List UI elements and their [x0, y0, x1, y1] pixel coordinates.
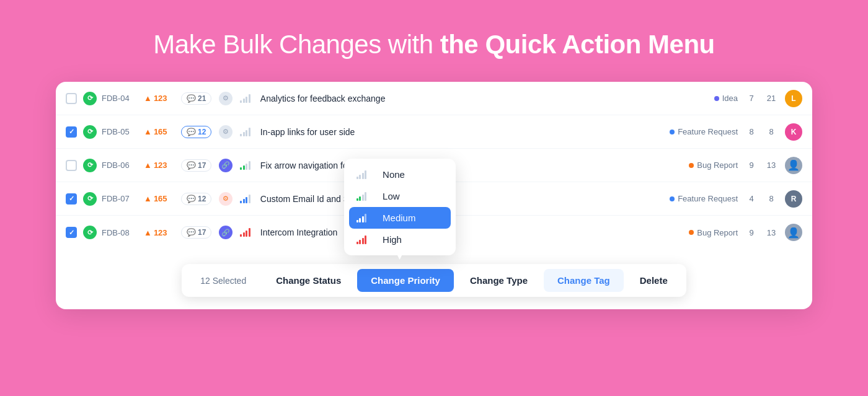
comments-fdb04[interactable]: 💬 21	[181, 92, 211, 105]
upvotes-fdb08: ▲ 123	[144, 228, 174, 237]
selected-count-button: 12 Selected	[187, 270, 260, 292]
gear-icon-fdb05: ⚙	[219, 125, 232, 139]
count1-fdb04: 7	[745, 94, 758, 103]
row-title-fdb05: In-app links for user side	[260, 127, 670, 137]
upvotes-fdb06: ▲ 123	[144, 161, 174, 170]
tag-bug-report: Bug Report	[689, 161, 738, 170]
priority-bar-fdb05	[240, 128, 250, 136]
count2-fdb08: 13	[765, 228, 777, 237]
hero-title: Make Bulk Changes with the Quick Action …	[153, 30, 714, 59]
comment-count: 21	[198, 94, 206, 103]
priority-bar-high	[356, 235, 367, 244]
upvote-count: 165	[154, 127, 167, 136]
comment-count: 12	[198, 195, 206, 203]
row-right-fdb07: Feature Request 4 8 R	[670, 190, 802, 208]
upvote-arrow-icon: ▲	[144, 127, 152, 136]
row-checkbox-fdb08[interactable]	[66, 227, 77, 238]
count1-fdb06: 9	[745, 161, 758, 170]
row-checkbox-fdb07[interactable]	[66, 193, 77, 205]
upvotes-fdb05: ▲ 165	[144, 127, 174, 136]
upvote-arrow-icon: ▲	[144, 161, 152, 170]
avatar-fdb06: 👤	[785, 157, 802, 174]
row-id-fdb06: FDB-06	[102, 161, 136, 170]
count2-fdb04: 21	[765, 94, 777, 103]
tag-feature-request-2: Feature Request	[670, 194, 738, 203]
status-icon-fdb08: ⟳	[83, 226, 97, 239]
change-priority-button[interactable]: Change Priority	[357, 269, 454, 292]
priority-item-low[interactable]: Low	[349, 185, 451, 207]
priority-medium-label: Medium	[383, 213, 415, 223]
avatar-fdb04: L	[785, 90, 802, 107]
priority-item-medium[interactable]: Medium	[349, 207, 451, 229]
upvotes-fdb07: ▲ 165	[144, 194, 174, 203]
priority-bar-fdb07	[240, 195, 250, 203]
comment-count: 17	[198, 228, 206, 237]
gear-icon-fdb04: ⚙	[219, 92, 232, 105]
tag-idea: Idea	[714, 94, 738, 103]
priority-item-high[interactable]: High	[349, 229, 451, 250]
row-checkbox-fdb05[interactable]	[66, 126, 77, 138]
gear-icon-fdb07: ⚙	[219, 192, 232, 206]
count2-fdb06: 13	[765, 161, 777, 170]
row-right-fdb04: Idea 7 21 L	[714, 90, 802, 107]
count1-fdb08: 9	[745, 228, 758, 237]
upvote-count: 123	[154, 161, 167, 170]
row-checkbox-fdb04[interactable]	[66, 93, 77, 104]
upvotes-fdb04: ▲ 123	[144, 94, 174, 103]
row-id-fdb05: FDB-05	[102, 127, 136, 136]
status-icon-fdb06: ⟳	[83, 159, 97, 172]
row-title-fdb04: Analytics for feedback exchange	[260, 94, 714, 103]
table-row: ⟳ FDB-04 ▲ 123 💬 21 ⚙ Analytics for feed…	[56, 82, 812, 115]
status-icon-fdb07: ⟳	[83, 192, 97, 206]
priority-bar-low	[356, 192, 367, 201]
tag-feature-request: Feature Request	[670, 127, 738, 136]
comment-icon: 💬	[187, 128, 196, 136]
change-status-button[interactable]: Change Status	[262, 269, 355, 292]
upvote-count: 123	[154, 228, 167, 237]
change-type-button[interactable]: Change Type	[456, 269, 541, 292]
comments-fdb08[interactable]: 💬 17	[181, 226, 211, 239]
priority-dropdown: None Low Medium	[344, 159, 456, 255]
row-right-fdb08: Bug Report 9 13 👤	[689, 224, 802, 241]
priority-high-label: High	[383, 234, 402, 245]
upvote-arrow-icon: ▲	[144, 194, 152, 203]
comments-fdb05[interactable]: 💬 12	[181, 126, 211, 138]
avatar-fdb05: K	[785, 123, 802, 141]
priority-bar-medium	[356, 214, 367, 222]
row-id-fdb04: FDB-04	[102, 94, 136, 103]
comment-icon: 💬	[187, 94, 196, 103]
upvote-arrow-icon: ▲	[144, 228, 152, 237]
delete-button[interactable]: Delete	[626, 269, 681, 292]
comments-fdb06[interactable]: 💬 17	[181, 159, 211, 172]
action-bar-inner: 12 Selected Change Status Change Priorit…	[182, 264, 686, 297]
upvote-arrow-icon: ▲	[144, 94, 152, 103]
priority-bar-none	[356, 170, 367, 179]
action-bar: 12 Selected Change Status Change Priorit…	[56, 254, 812, 309]
count2-fdb07: 8	[765, 194, 777, 203]
upvote-count: 165	[154, 194, 167, 203]
row-title-fdb07: Custom Email Id and SMTP	[260, 194, 670, 204]
change-tag-button[interactable]: Change Tag	[544, 269, 624, 292]
priority-bar-fdb08	[240, 228, 250, 237]
row-checkbox-fdb06[interactable]	[66, 160, 77, 171]
main-card: ⟳ FDB-04 ▲ 123 💬 21 ⚙ Analytics for feed…	[56, 82, 812, 309]
status-icon-fdb04: ⟳	[83, 92, 97, 105]
count1-fdb05: 8	[745, 127, 758, 136]
row-title-fdb08: Intercom Integration	[260, 227, 689, 237]
priority-low-label: Low	[383, 191, 400, 201]
link-icon-fdb08: 🔗	[219, 226, 232, 239]
comment-count: 12	[198, 128, 206, 136]
comments-fdb07[interactable]: 💬 12	[181, 193, 211, 205]
count2-fdb05: 8	[765, 127, 777, 136]
row-id-fdb07: FDB-07	[102, 194, 136, 203]
tag-bug-report-2: Bug Report	[689, 228, 738, 237]
count1-fdb07: 4	[745, 194, 758, 203]
priority-item-none[interactable]: None	[349, 164, 451, 185]
priority-bar-fdb06	[240, 161, 250, 170]
row-title-fdb06: Fix arrow navigation for surveys	[260, 161, 689, 170]
row-right-fdb05: Feature Request 8 8 K	[670, 123, 802, 141]
row-id-fdb08: FDB-08	[102, 228, 136, 237]
comment-icon: 💬	[187, 228, 196, 237]
comment-icon: 💬	[187, 161, 196, 170]
upvote-count: 123	[154, 94, 167, 103]
